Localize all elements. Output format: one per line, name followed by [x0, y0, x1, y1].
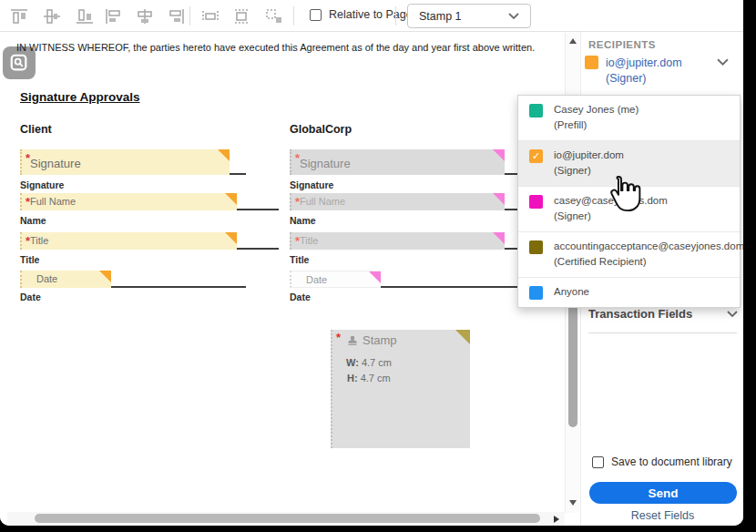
horizontal-scrollbar[interactable]	[7, 512, 565, 526]
recipient-color-swatch	[585, 56, 598, 69]
section-divider	[588, 332, 737, 333]
recipient-name: Casey Jones (me)	[554, 102, 639, 118]
vertical-scrollbar-thumb[interactable]	[568, 303, 577, 427]
scroll-down-arrow[interactable]	[569, 500, 577, 506]
reset-fields-link[interactable]: Reset Fields	[581, 509, 743, 522]
recipient-option-casey-caseyjones[interactable]: casey@caseyjones.dom (Signer)	[518, 187, 740, 232]
field-placeholder: Full Name	[300, 196, 345, 207]
scroll-right-arrow[interactable]	[554, 516, 559, 523]
magnifier-icon	[9, 53, 29, 73]
selected-recipient-role: (Signer)	[606, 71, 682, 87]
client-title-field[interactable]: * Title	[20, 232, 237, 250]
stamp-icon	[347, 335, 358, 346]
recipient-role: (Certified Recipient)	[554, 254, 743, 270]
recipient-color-swatch	[529, 104, 543, 118]
recipients-dropdown-menu: Casey Jones (me) (Prefill) ✓ io@jupiter.…	[517, 95, 741, 308]
recipient-corner-tag	[218, 149, 230, 161]
recipient-corner-tag	[225, 232, 237, 244]
toolbar-divider	[293, 6, 294, 26]
field-placeholder: Signature	[30, 157, 81, 170]
send-button[interactable]: Send	[589, 482, 737, 504]
save-to-library-checkbox[interactable]: Save to document library	[592, 455, 732, 468]
align-right-icon[interactable]	[164, 6, 188, 26]
recipient-color-swatch: ✓	[529, 149, 543, 163]
horizontal-scrollbar-thumb[interactable]	[35, 514, 540, 523]
selected-recipient-email: io@jupiter.dom	[606, 56, 682, 71]
match-size-icon[interactable]	[262, 6, 286, 26]
globalcorp-fullname-field[interactable]: * Full Name	[290, 193, 505, 210]
distribute-horizontally-icon[interactable]	[199, 6, 222, 26]
scroll-up-arrow[interactable]	[569, 38, 577, 44]
align-top-icon[interactable]	[7, 6, 31, 26]
recipient-name: casey@caseyjones.dom	[554, 193, 668, 209]
align-vertical-center-icon[interactable]	[40, 6, 64, 26]
globalcorp-date-field[interactable]: Date	[290, 271, 381, 288]
adobe-sign-authoring-window: Relative to Page Stamp 1 IN WITNESS WHER…	[0, 0, 743, 526]
recipient-color-swatch	[529, 240, 543, 254]
field-label: Signature	[290, 179, 333, 190]
globalcorp-column-title: GlobalCorp	[290, 123, 352, 136]
field-label: Name	[20, 215, 46, 226]
stamp-width-label: W:	[346, 357, 359, 368]
selected-recipient-dropdown[interactable]: io@jupiter.dom (Signer)	[585, 56, 738, 87]
recipient-corner-tag	[369, 271, 381, 283]
checkmark-icon: ✓	[532, 151, 540, 161]
required-asterisk: *	[336, 331, 341, 344]
field-placeholder: Full Name	[30, 196, 76, 207]
document-viewport: IN WITNESS WHEREOF, the parties hereto h…	[0, 33, 580, 526]
field-selector-dropdown[interactable]: Stamp 1	[407, 4, 531, 28]
field-label: Signature	[20, 179, 64, 190]
stamp-height-label: H:	[347, 373, 358, 384]
relative-to-page-checkbox[interactable]: Relative to Page	[310, 8, 413, 21]
client-signature-field[interactable]: * Signature	[20, 149, 230, 175]
client-fullname-field[interactable]: * Full Name	[20, 193, 237, 210]
recipient-name: accountingacceptance@caseyjones.dom	[554, 239, 743, 254]
recipient-role: (Prefill)	[554, 118, 639, 133]
checkbox-box[interactable]	[310, 9, 322, 21]
field-placeholder: Stamp	[363, 333, 397, 347]
alignment-toolbar: Relative to Page Stamp 1	[0, 0, 743, 32]
chevron-down-icon	[508, 13, 519, 20]
align-left-icon[interactable]	[102, 6, 126, 26]
globalcorp-signature-field[interactable]: * Signature	[290, 149, 505, 175]
recipient-corner-tag	[493, 232, 505, 244]
field-selector-value: Stamp 1	[419, 10, 462, 23]
recipient-corner-tag	[99, 271, 111, 282]
checkbox-box[interactable]	[592, 456, 604, 468]
recipient-option-anyone[interactable]: Anyone	[518, 278, 740, 307]
stamp-height-value: 4.7 cm	[361, 373, 391, 384]
field-label: Date	[20, 292, 41, 302]
distribute-vertically-icon[interactable]	[230, 6, 253, 26]
field-label: Name	[290, 215, 316, 226]
save-to-library-label: Save to document library	[611, 455, 732, 468]
stamp-field[interactable]: * Stamp W: 4.7 cm H: 4.7 cm	[331, 330, 470, 448]
toolbar-divider	[395, 6, 396, 26]
recipient-role: (Signer)	[554, 209, 668, 224]
field-label: Date	[290, 292, 311, 302]
transaction-fields-label: Transaction Fields	[588, 307, 692, 321]
chevron-down-icon	[727, 311, 738, 318]
field-label: Title	[20, 254, 39, 265]
recipient-name: Anyone	[554, 284, 589, 300]
document-heading: Signature Approvals	[20, 90, 140, 104]
recipient-corner-tag	[455, 330, 470, 344]
recipient-color-swatch	[529, 286, 543, 300]
recipient-color-swatch	[529, 195, 543, 209]
recipient-option-casey-jones[interactable]: Casey Jones (me) (Prefill)	[518, 96, 740, 141]
field-label: Title	[290, 254, 309, 265]
client-date-field[interactable]: Date	[20, 271, 111, 288]
field-placeholder: Title	[30, 235, 48, 246]
align-horizontal-center-icon[interactable]	[133, 6, 157, 26]
transaction-fields-section-toggle[interactable]: Transaction Fields	[588, 307, 738, 321]
recipients-header: RECIPIENTS	[588, 39, 656, 50]
field-placeholder: Title	[300, 235, 318, 246]
recipient-corner-tag	[493, 193, 505, 205]
client-column-title: Client	[20, 123, 52, 136]
field-placeholder: Date	[36, 273, 57, 284]
document-body-text: IN WITNESS WHEREOF, the parties hereto h…	[16, 42, 545, 53]
recipient-option-io-jupiter[interactable]: ✓ io@jupiter.dom (Signer)	[518, 141, 740, 187]
recipient-option-accountingacceptance[interactable]: accountingacceptance@caseyjones.dom (Cer…	[518, 232, 740, 278]
globalcorp-title-field[interactable]: * Title	[290, 232, 505, 250]
recipient-corner-tag	[225, 193, 237, 205]
align-bottom-icon[interactable]	[73, 6, 97, 26]
